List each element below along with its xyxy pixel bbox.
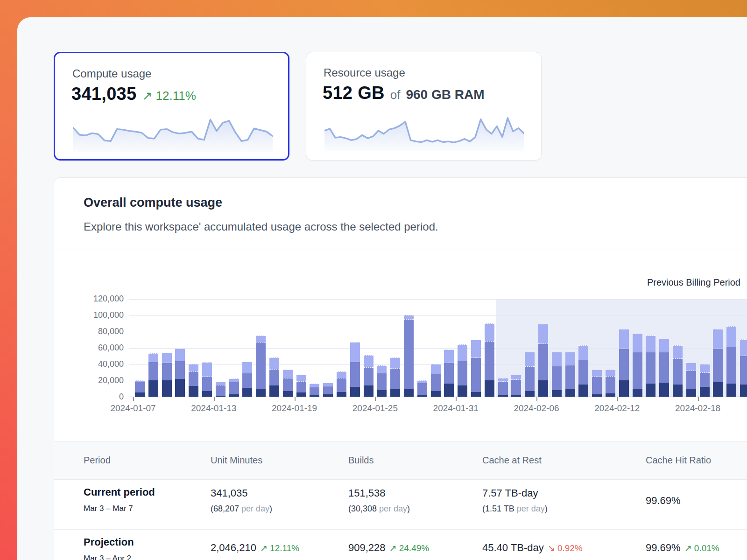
- projection-label: Projection: [84, 536, 134, 548]
- bar-segment-mid-tier: [646, 352, 655, 384]
- chart-bar[interactable]: [552, 352, 562, 397]
- bar-segment-base-tier: [726, 384, 736, 397]
- bar-segment-mid-tier: [390, 368, 400, 390]
- current-builds-per-day: (30,308 per day): [348, 504, 410, 514]
- chart-bar[interactable]: [458, 344, 467, 397]
- bar-segment-top-tier: [606, 370, 615, 376]
- resource-usage-value: 512 GB: [323, 83, 385, 103]
- bar-segment-top-tier: [686, 363, 696, 371]
- bar-segment-base-tier: [162, 380, 172, 397]
- chart-bar[interactable]: [646, 336, 655, 397]
- trend-down-icon: ↘: [548, 543, 555, 553]
- chart-bar[interactable]: [525, 352, 535, 397]
- chart-bar[interactable]: [216, 382, 226, 397]
- x-axis-tick: [375, 397, 376, 401]
- chart-gridline: [129, 315, 747, 316]
- compute-card-value-row: 341,035 ↗ 12.11%: [71, 84, 196, 104]
- x-axis-tick-label: 2024-01-25: [352, 403, 398, 413]
- chart-bar[interactable]: [431, 364, 441, 397]
- y-axis-tick-label: 100,000: [64, 310, 124, 320]
- chart-bar[interactable]: [377, 365, 387, 397]
- chart-bar[interactable]: [592, 370, 602, 397]
- compute-usage-card[interactable]: Compute usage 341,035 ↗ 12.11%: [54, 52, 289, 161]
- chart-bar[interactable]: [162, 353, 172, 397]
- bar-segment-top-tier: [565, 352, 575, 365]
- chart-bar[interactable]: [673, 345, 683, 397]
- x-axis-tick-label: 2024-01-13: [191, 403, 236, 413]
- bar-segment-mid-tier: [578, 360, 588, 385]
- bar-segment-base-tier: [256, 389, 266, 397]
- chart-bar[interactable]: [511, 375, 521, 397]
- current-builds: 151,538: [348, 487, 386, 499]
- chart-bar[interactable]: [283, 370, 293, 397]
- chart-bar[interactable]: [189, 364, 198, 397]
- bar-segment-mid-tier: [740, 356, 747, 384]
- chart-bar[interactable]: [296, 375, 306, 397]
- y-axis-tick-label: 20,000: [64, 376, 124, 385]
- bar-segment-top-tier: [646, 336, 655, 352]
- chart-x-axis-line: [129, 397, 747, 397]
- chart-bar[interactable]: [606, 370, 615, 397]
- chart-bar[interactable]: [404, 315, 414, 397]
- bar-segment-top-tier: [242, 362, 252, 373]
- bar-segment-mid-tier: [619, 349, 629, 380]
- bar-segment-top-tier: [202, 362, 212, 376]
- bar-segment-base-tier: [633, 389, 642, 397]
- chart-bar[interactable]: [337, 371, 346, 397]
- y-axis-tick-label: 60,000: [64, 343, 124, 353]
- bar-segment-top-tier: [592, 370, 602, 376]
- bar-segment-base-tier: [404, 389, 414, 397]
- chart-bar[interactable]: [202, 362, 212, 397]
- bar-segment-top-tier: [485, 323, 494, 342]
- chart-bar[interactable]: [417, 380, 427, 397]
- x-axis-tick-label: 2024-02-12: [594, 403, 640, 413]
- bar-segment-top-tier: [162, 353, 172, 363]
- compute-usage-value: 341,035: [71, 84, 136, 104]
- chart-bar[interactable]: [364, 355, 374, 397]
- compute-usage-delta: ↗ 12.11%: [142, 89, 196, 103]
- chart-bar[interactable]: [700, 364, 710, 397]
- chart-bar[interactable]: [256, 336, 266, 397]
- bar-segment-base-tier: [148, 380, 158, 397]
- chart-bar[interactable]: [471, 340, 481, 397]
- chart-bar[interactable]: [713, 329, 723, 397]
- chart-bar[interactable]: [148, 353, 158, 397]
- chart-bar[interactable]: [444, 350, 454, 397]
- chart-bar[interactable]: [633, 334, 642, 397]
- bar-segment-base-tier: [686, 389, 696, 397]
- chart-bar[interactable]: [242, 362, 252, 397]
- chart-bar[interactable]: [538, 324, 548, 397]
- chart-bar[interactable]: [740, 339, 747, 397]
- chart-bar[interactable]: [659, 339, 669, 397]
- chart-bar[interactable]: [175, 349, 185, 397]
- x-axis-tick-label: 2024-01-07: [110, 403, 155, 413]
- chart-bar[interactable]: [229, 378, 239, 397]
- chart-bar[interactable]: [135, 380, 145, 397]
- chart-bar[interactable]: [578, 345, 588, 397]
- chart-bar[interactable]: [269, 357, 279, 397]
- chart-bar[interactable]: [565, 352, 575, 397]
- bar-segment-mid-tier: [135, 382, 145, 392]
- bar-segment-top-tier: [364, 355, 374, 367]
- chart-bar[interactable]: [619, 329, 629, 397]
- current-unit-minutes: 341,035: [211, 487, 248, 499]
- resource-usage-card[interactable]: Resource usage 512 GB of 960 GB RAM: [306, 52, 542, 161]
- x-axis-tick-label: 2024-02-06: [514, 403, 559, 413]
- chart-bar[interactable]: [686, 363, 696, 397]
- chart-bar[interactable]: [350, 342, 360, 397]
- bar-segment-base-tier: [175, 379, 185, 397]
- chart-bar[interactable]: [485, 323, 494, 397]
- chart-bar[interactable]: [390, 357, 400, 397]
- chart-bar[interactable]: [726, 326, 736, 397]
- x-axis-tick: [536, 397, 537, 401]
- bar-segment-base-tier: [646, 384, 655, 397]
- chart-bar[interactable]: [323, 383, 333, 397]
- bar-segment-base-tier: [673, 385, 683, 397]
- chart-bar[interactable]: [498, 378, 508, 397]
- chart-bar[interactable]: [310, 384, 319, 397]
- current-unit-minutes-per-day: (68,207 per day): [211, 504, 272, 514]
- bar-segment-top-tier: [458, 344, 467, 361]
- bar-segment-top-tier: [256, 336, 266, 342]
- bar-segment-top-tier: [700, 364, 710, 372]
- previous-billing-period-label: Previous Billing Period: [647, 277, 740, 288]
